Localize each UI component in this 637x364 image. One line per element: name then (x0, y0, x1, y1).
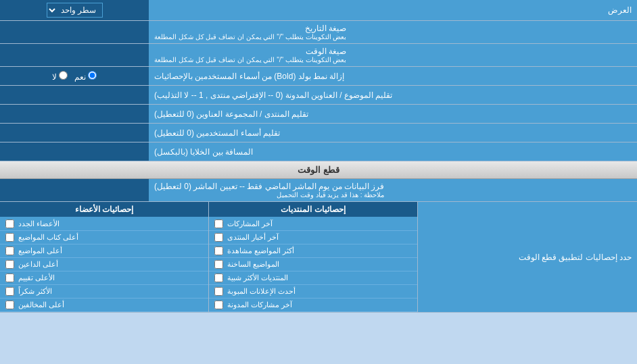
cut-time-section-header: قطع الوقت (0, 161, 637, 179)
cut-time-value-row: فرز البيانات من يوم الماشر الماضي فقط --… (0, 179, 637, 202)
cut-time-input[interactable]: 0 (4, 186, 145, 195)
bold-remove-row: إزالة نمط بولد (Bold) من أسماء المستخدمي… (0, 67, 637, 86)
display-mode-select[interactable]: سطر واحد سطران ثلاثة أسطر (47, 3, 103, 18)
stats-item: أعلى المواضيع (0, 244, 208, 258)
stats-checkbox-katab[interactable] (5, 233, 14, 242)
forum-title-trim-input[interactable]: 33 (4, 90, 145, 100)
users-trim-row: تقليم أسماء المستخدمين (0 للتعطيل) 0 (0, 124, 637, 142)
stats-checkbox-daain[interactable] (5, 260, 14, 269)
stats-forum-header: إحصائيات المنتديات (209, 202, 417, 217)
time-format-row: صيغة الوقت بعض التكوينات يتطلب "/" التي … (0, 44, 637, 67)
stats-item: الأعضاء الجدد (0, 217, 208, 231)
date-format-label: صيغة التاريخ بعض التكوينات يتطلب "/" الت… (149, 21, 637, 43)
bold-yes-radio[interactable] (88, 71, 97, 80)
cut-time-input-container: 0 (0, 179, 149, 201)
display-mode-container: سطر واحد سطران ثلاثة أسطر (0, 0, 149, 20)
forum-title-trim-input-container: 33 (0, 86, 149, 104)
users-trim-input-container: 0 (0, 124, 149, 142)
stats-item: أعلى كتاب المواضيع (0, 231, 208, 244)
forum-group-trim-row: تقليم المنتدى / المجموعة العناوين (0 للت… (0, 105, 637, 124)
bold-no-radio[interactable] (59, 71, 68, 80)
stats-checkbox-mawadhi-sakhna[interactable] (214, 260, 223, 269)
cut-time-header-text: قطع الوقت (298, 165, 339, 175)
forum-title-trim-row: تقليم الموضوع / العناوين المدونة (0 -- ا… (0, 86, 637, 105)
bold-yes-label: نعم (74, 71, 97, 82)
cell-spacing-row: المسافة بين الخلايا (بالبكسل) 2 (0, 142, 637, 161)
stats-checkbox-mawadhi-aala[interactable] (5, 246, 14, 255)
stats-checkbox-akhbar-muntada[interactable] (214, 233, 223, 242)
stats-checkbox-ilanat[interactable] (214, 287, 223, 296)
users-trim-input[interactable]: 0 (4, 128, 145, 138)
stats-forum-items: آخر المشاركات آخر أخبار المنتدى أكثر الم… (209, 217, 417, 312)
stats-checkbox-mudawwana[interactable] (214, 301, 223, 309)
stats-item: آخر مشاركات المدونة (209, 298, 417, 312)
time-format-label: صيغة الوقت بعض التكوينات يتطلب "/" التي … (149, 44, 637, 66)
users-trim-label: تقليم أسماء المستخدمين (0 للتعطيل) (149, 124, 637, 142)
header-row: العرض سطر واحد سطران ثلاثة أسطر (0, 0, 637, 21)
stats-member-header: إحصائيات الأعضاء (0, 202, 208, 217)
stats-checkbox-aktar-mushahada[interactable] (214, 246, 223, 255)
bold-radio-group: نعم لا (52, 71, 97, 82)
time-format-input-container: H:i (0, 44, 149, 66)
stats-checkbox-shukran[interactable] (5, 287, 14, 296)
forum-group-trim-input-container: 33 (0, 105, 149, 123)
stats-section: حدد إحصاليات لتطبيق قطع الوقت إحصائيات ا… (0, 202, 637, 313)
stats-item: أحدث الإعلانات المبوبة (209, 285, 417, 298)
cell-spacing-input[interactable]: 2 (4, 147, 145, 157)
forum-group-trim-input[interactable]: 33 (4, 109, 145, 119)
stats-item: أكثر المواضيع مشاهدة (209, 244, 417, 258)
date-format-row: صيغة التاريخ بعض التكوينات يتطلب "/" الت… (0, 21, 637, 44)
header-label: العرض (149, 3, 637, 18)
stats-item: آخر أخبار المنتدى (209, 231, 417, 244)
cut-time-value-label: فرز البيانات من يوم الماشر الماضي فقط --… (149, 179, 637, 201)
stats-item: أعلى المخالفين (0, 298, 208, 312)
forum-title-trim-label: تقليم الموضوع / العناوين المدونة (0 -- ا… (149, 86, 637, 104)
time-format-input[interactable]: H:i (4, 51, 145, 60)
bold-remove-input-container: نعم لا (0, 67, 149, 85)
header-title: العرض (608, 5, 632, 15)
stats-checkbox-akhir-musharkaat[interactable] (214, 219, 223, 228)
cell-spacing-input-container: 2 (0, 142, 149, 161)
bold-remove-label: إزالة نمط بولد (Bold) من أسماء المستخدمي… (149, 67, 637, 85)
stats-item: المواضيع الساخنة (209, 258, 417, 271)
stats-checkbox-mukhalifeen[interactable] (5, 301, 14, 309)
main-container: العرض سطر واحد سطران ثلاثة أسطر صيغة الت… (0, 0, 637, 313)
stats-apply-text: حدد إحصاليات لتطبيق قطع الوقت (519, 253, 632, 262)
bold-no-label: لا (52, 71, 68, 82)
stats-checkbox-muntadiaat-shabia[interactable] (214, 274, 223, 282)
stats-item: الأكثر شكراً (0, 285, 208, 298)
cell-spacing-label: المسافة بين الخلايا (بالبكسل) (149, 142, 637, 161)
date-format-input-container: d-m (0, 21, 149, 43)
forum-group-trim-label: تقليم المنتدى / المجموعة العناوين (0 للت… (149, 105, 637, 123)
stats-item: أعلى الداعين (0, 258, 208, 271)
stats-forum-col: إحصائيات المنتديات آخر المشاركات آخر أخب… (208, 202, 417, 312)
stats-item: الأعلى تقييم (0, 271, 208, 285)
stats-checkbox-taqyeem[interactable] (5, 274, 14, 282)
stats-item: آخر المشاركات (209, 217, 417, 231)
stats-checkbox-udaa-jodod[interactable] (5, 219, 14, 228)
stats-apply-label: حدد إحصاليات لتطبيق قطع الوقت (417, 202, 637, 312)
stats-member-col: إحصائيات الأعضاء الأعضاء الجدد أعلى كتاب… (0, 202, 208, 312)
date-format-input[interactable]: d-m (4, 28, 145, 37)
stats-item: المنتديات الأكثر شبية (209, 271, 417, 285)
stats-member-items: الأعضاء الجدد أعلى كتاب المواضيع أعلى ال… (0, 217, 208, 312)
